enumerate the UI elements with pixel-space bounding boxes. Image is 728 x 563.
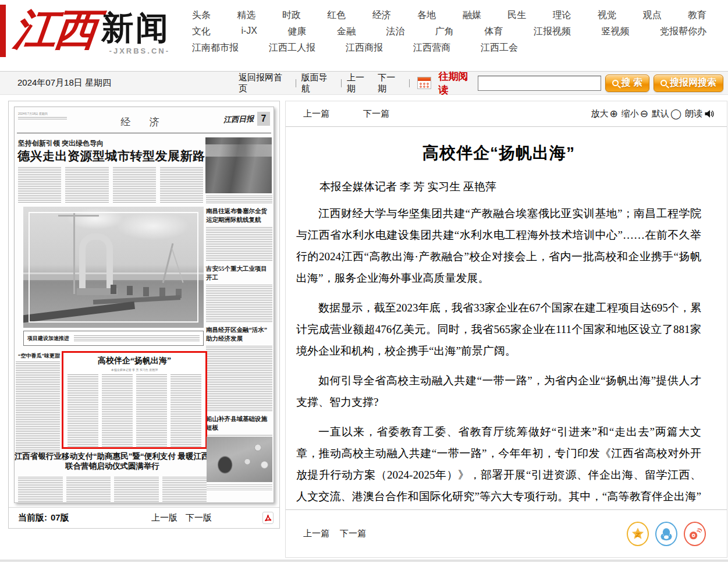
left-column-headline: “空中香瓜”味更甜 (16, 352, 62, 360)
nav-item-yingshang[interactable]: 江西营商 (413, 42, 450, 54)
qq-share-icon[interactable] (655, 522, 677, 546)
bridge-construction-photo (23, 207, 204, 328)
nav-item-jiaoyu[interactable]: 教育 (688, 9, 706, 22)
nav-item-shu-video[interactable]: 竖视频 (601, 26, 629, 38)
article-paragraphs: 江西财经大学与华坚集团共建“产教融合埃塞俄比亚实训基地”；南昌工程学院与江西省水… (296, 203, 701, 510)
sim-text-column (113, 167, 156, 203)
nav-row-2: 文化 i-JX 健康 金融 法治 广角 体育 江报视频 竖视频 党报帮你办 (192, 26, 706, 38)
nav-item-wenhua[interactable]: 文化 (192, 26, 211, 38)
nav-item-shijue[interactable]: 视觉 (598, 9, 616, 22)
nav-item-fazhi[interactable]: 法治 (386, 26, 405, 38)
nav-item-rongmei[interactable]: 融媒 (463, 9, 481, 22)
logo-text-red: 江西 (11, 2, 98, 56)
nav-item-toutiao[interactable]: 头条 (192, 9, 211, 22)
back-home-link[interactable]: 返回报网首页 (239, 72, 290, 94)
next-article-link-bottom[interactable]: 下一篇 (340, 528, 366, 539)
qzone-share-icon[interactable] (627, 522, 649, 546)
read-aloud-control[interactable]: 朗读 (685, 108, 714, 119)
brand-red-strip (0, 5, 6, 57)
nav-item-jingji[interactable]: 经济 (372, 9, 391, 22)
zoom-reset-label: 默认 (652, 108, 669, 119)
current-page-indicator: 当前版: 07版 (18, 512, 69, 523)
nav-item-guangjiao[interactable]: 广角 (435, 26, 454, 38)
fruit-picking-photo (207, 437, 272, 482)
article-footer: 上一篇 下一篇 (286, 509, 727, 557)
sim-text (206, 196, 272, 204)
paper-masthead: 江西日报 (223, 114, 254, 125)
prev-article-link-top[interactable]: 上一篇 (303, 108, 329, 119)
photo-caption: 项目建设加速推进 (27, 335, 69, 342)
search-button[interactable]: 搜 索 (605, 75, 649, 92)
page-bottom-divider (0, 560, 728, 562)
zoom-in-control[interactable]: 放大 ⊕ (591, 108, 617, 119)
paper-kicker: 坚持创新引领 突出绿色导向 (18, 139, 104, 148)
prev-page-link[interactable]: 上一版 (151, 512, 177, 523)
article-paragraph: 一直以来，省委教育工委、省教育厅统筹做好“引进来”和“走出去”两篇大文章，推动高… (296, 421, 701, 510)
nav-item-dangbao[interactable]: 党报帮你办 (660, 26, 706, 38)
sim-text (74, 335, 200, 341)
nav-item-hongse[interactable]: 红色 (327, 9, 346, 22)
next-page-link[interactable]: 下一版 (186, 512, 212, 523)
nav-item-gonghui[interactable]: 江西工会 (481, 42, 518, 54)
sim-text-column (68, 374, 98, 448)
zoom-out-icon: ⊖ (640, 109, 648, 119)
nav-item-shizheng[interactable]: 时政 (282, 9, 301, 22)
sim-text (206, 285, 272, 322)
nav-item-guandian[interactable]: 观点 (643, 9, 662, 22)
nav-item-ijx[interactable]: i-JX (241, 26, 257, 38)
nav-item-shangbao[interactable]: 江西商报 (346, 42, 383, 54)
page-nav-links: 上一版 下一版 (151, 512, 212, 523)
layout-nav-link[interactable]: 版面导航 (301, 72, 336, 94)
photo-caption-box: 项目建设加速推进 (23, 331, 204, 346)
prev-issue-link[interactable]: 上一期 (347, 72, 372, 94)
nav-item-jingxuan[interactable]: 精选 (237, 9, 255, 22)
sim-text (207, 484, 272, 491)
site-logo[interactable]: 江西 新闻 -JXRBS.CN- (14, 2, 170, 56)
logo-domain: -JXRBS.CN- (101, 47, 170, 55)
nav-item-jinrong[interactable]: 金融 (337, 26, 356, 38)
calendar-icon[interactable] (417, 77, 432, 89)
nav-item-jiangnan[interactable]: 江南都市报 (192, 42, 239, 54)
next-article-link-top[interactable]: 下一篇 (363, 108, 389, 119)
zoom-out-control[interactable]: 缩小 ⊖ (622, 108, 648, 119)
issue-date: 2024年07月18日 星期四 (17, 77, 127, 88)
search-button-label: 搜 索 (622, 77, 642, 89)
bottom-headline-line1: 江西省银行业移动支付“助商惠民”暨“便利支付 最暖江西” (15, 451, 210, 462)
divider (341, 79, 342, 87)
site-search-button[interactable]: 搜报网搜索 (654, 75, 723, 92)
search-area: 搜 索 搜报网搜索 (478, 75, 723, 92)
nav-item-gongrenbao[interactable]: 江西工人报 (269, 42, 315, 54)
photo-inner-frame (29, 212, 198, 323)
search-input[interactable] (478, 76, 601, 91)
paper-right-rail: 南昌往返布鲁塞尔全货运定期洲际航线复航 吉安55个重大工业项目开工 南昌经开区金… (206, 196, 272, 433)
weibo-share-icon[interactable] (684, 522, 706, 546)
zoom-in-label: 放大 (591, 108, 608, 119)
article-paragraph: 如何引导全省高校主动融入共建“一带一路”，为省内企业“扬帆出海”提供人才支撑、智… (296, 370, 701, 413)
page: 江西 新闻 -JXRBS.CN- 头条 精选 时政 红色 经济 各地 融媒 民生… (0, 0, 728, 563)
current-page-label: 当前版: (18, 512, 47, 523)
nav-item-jiangbao-video[interactable]: 江报视频 (534, 26, 571, 38)
zoom-out-label: 缩小 (622, 108, 639, 119)
side-headline-4: 铅山补齐县域基础设施短板 (206, 415, 272, 432)
nav-item-jiankang[interactable]: 健康 (288, 26, 307, 38)
highlighted-article-box[interactable]: 高校伴企“扬帆出海” 本报全媒体记者 李 芳 实习生 巫艳萍 (62, 351, 207, 449)
nav-item-tiyu[interactable]: 体育 (484, 26, 503, 38)
zoom-reset-control[interactable]: 默认 ◯ (652, 108, 681, 119)
sim-text-column (16, 362, 60, 456)
archive-link[interactable]: 往期阅读 (438, 70, 477, 97)
nav-item-lilun[interactable]: 理论 (553, 9, 571, 22)
sim-text-column (66, 477, 111, 502)
sim-text-column (102, 374, 133, 448)
pdf-icon[interactable] (262, 512, 274, 524)
article-byline: 本报全媒体记者 李 芳 实习生 巫艳萍 (296, 179, 701, 194)
prev-article-link-bottom[interactable]: 上一篇 (303, 528, 329, 539)
nav-row-1: 头条 精选 时政 红色 经济 各地 融媒 民生 理论 视觉 观点 教育 (192, 9, 706, 22)
paper-panel: 2024年7月18日 星期四 经 济 江西日报 7 坚持创新引领 突出绿色导向 … (8, 101, 280, 529)
newspaper-page-image[interactable]: 2024年7月18日 星期四 经 济 江西日报 7 坚持创新引领 突出绿色导向 … (14, 107, 274, 503)
speaker-icon (704, 109, 714, 119)
next-issue-link[interactable]: 下一期 (378, 72, 403, 94)
nav-item-gedi[interactable]: 各地 (417, 9, 436, 22)
side-headline-1: 南昌往返布鲁塞尔全货运定期洲际航线复航 (206, 207, 272, 224)
nav-item-minsheng[interactable]: 民生 (507, 9, 526, 22)
article-paragraph: 数据显示，截至2023年底，我省33家企业在67个国家在建工程项目达695个，累… (296, 297, 701, 362)
